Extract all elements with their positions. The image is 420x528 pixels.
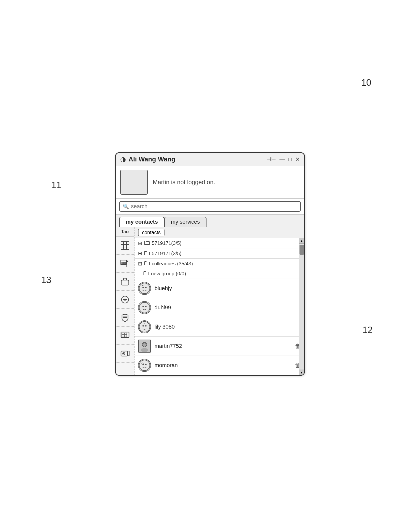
svg-point-29 <box>139 283 150 294</box>
search-icon: 🔍 <box>123 203 129 209</box>
svg-point-45 <box>142 364 144 365</box>
face-icon-momoran <box>138 359 150 371</box>
list-content: ⊞ 5719171(3/5) ⊞ 5719171 <box>134 238 304 375</box>
sidebar-icon-circle-minus[interactable] <box>116 291 134 309</box>
tab-my-contacts[interactable]: my contacts <box>119 217 164 227</box>
group-item-2[interactable]: ⊞ 5719171(3/5) <box>134 248 304 259</box>
contact-item-duhl99[interactable]: duhl99 <box>134 298 304 317</box>
sidebar-icon-video[interactable] <box>116 345 134 363</box>
sidebar-user-label: Tao <box>116 227 134 237</box>
maximize-button[interactable]: □ <box>288 156 292 163</box>
folder-icon-4 <box>144 271 149 277</box>
svg-point-42 <box>143 343 144 344</box>
svg-point-43 <box>145 343 146 344</box>
list-with-scroll: ⊞ 5719171(3/5) ⊞ 5719171 <box>134 238 304 375</box>
scroll-down-button[interactable]: ▼ <box>299 370 304 375</box>
folder-icon-2 <box>144 251 150 256</box>
avatar-duhl99 <box>138 301 151 314</box>
group-item-1[interactable]: ⊞ 5719171(3/5) <box>134 238 304 248</box>
svg-rect-21 <box>122 333 124 335</box>
svg-point-46 <box>145 364 147 365</box>
contacts-header: contacts <box>134 227 304 238</box>
annotation-12: 12 <box>362 325 372 335</box>
svg-rect-22 <box>124 333 127 335</box>
svg-rect-24 <box>124 335 127 337</box>
svg-rect-13 <box>121 280 129 285</box>
face-icon-bluehjy <box>138 282 150 294</box>
sidebar-icon-job[interactable]: job <box>116 255 134 273</box>
close-button[interactable]: ✕ <box>295 156 300 163</box>
contact-item-bluehjy[interactable]: bluehjy <box>134 279 304 298</box>
folder-icon-3 <box>144 261 150 267</box>
sidebar-icon-grid[interactable] <box>116 237 134 255</box>
photo-icon-martin <box>138 340 150 352</box>
avatar-lily3080 <box>138 320 151 333</box>
contact-list-area: contacts ⊞ 5719171(3/5) <box>134 227 304 375</box>
contact-name-martin7752: martin7752 <box>154 343 182 349</box>
svg-point-18 <box>123 316 125 318</box>
group-label-1: 5719171(3/5) <box>152 240 182 246</box>
circle-minus-icon <box>120 295 130 304</box>
svg-rect-23 <box>122 335 124 337</box>
tab-my-services[interactable]: my services <box>164 217 206 227</box>
svg-rect-0 <box>121 242 124 244</box>
svg-point-41 <box>141 348 148 352</box>
svg-point-32 <box>139 302 150 313</box>
annotation-13: 13 <box>41 275 51 285</box>
group-label-2: 5719171(3/5) <box>152 251 182 256</box>
avatar-martin7752 <box>138 340 151 353</box>
contact-item-martin7752[interactable]: martin7752 🗑 <box>134 337 304 356</box>
sidebar-icon-display[interactable] <box>116 327 134 345</box>
face-icon-duhl99 <box>138 302 150 314</box>
sidebar-icon-briefcase[interactable] <box>116 273 134 291</box>
display-icon <box>120 331 130 340</box>
contact-item-lily3080[interactable]: lily 3080 <box>134 317 304 337</box>
window-title: Ali Wang Wang <box>128 155 175 163</box>
face-icon-lily3080 <box>138 321 150 333</box>
expand-icon-1: ⊞ <box>138 240 142 246</box>
group-label-3: colleagues (35/43) <box>152 261 193 267</box>
title-bar: ◑ Ali Wang Wang ⊣⊢ — □ ✕ <box>116 153 304 166</box>
svg-rect-8 <box>126 247 129 250</box>
contacts-header-label: contacts <box>138 229 164 236</box>
contact-name-lily3080: lily 3080 <box>154 324 175 330</box>
svg-point-30 <box>142 287 144 288</box>
group-item-3[interactable]: ⊟ colleagues (35/43) <box>134 259 304 269</box>
page: 10 11 12 13 ◑ Ali Wang Wang ⊣⊢ — □ ✕ Mar… <box>0 0 420 528</box>
svg-point-34 <box>145 306 147 308</box>
sidebar-icon-shield[interactable] <box>116 309 134 327</box>
avatar-bluehjy <box>138 282 151 295</box>
minimize-button[interactable]: — <box>280 156 285 163</box>
shield-icon <box>120 313 130 322</box>
app-icon: ◑ <box>120 155 126 163</box>
contact-item-momoran[interactable]: momoran 🗑 <box>134 356 304 375</box>
video-icon <box>120 349 130 358</box>
contact-name-bluehjy: bluehjy <box>154 285 172 292</box>
group-label-4: new group (0/0) <box>151 271 186 277</box>
pin-button[interactable]: ⊣⊢ <box>266 156 276 163</box>
search-input[interactable] <box>131 203 297 210</box>
user-avatar <box>120 170 148 195</box>
group-item-4[interactable]: new group (0/0) <box>134 269 304 279</box>
svg-point-44 <box>139 360 150 371</box>
avatar-momoran <box>138 359 151 372</box>
profile-area: Martin is not logged on. <box>116 166 304 199</box>
svg-point-35 <box>139 322 150 332</box>
contact-name-momoran: momoran <box>154 362 178 369</box>
svg-marker-28 <box>123 353 125 354</box>
svg-marker-11 <box>127 260 129 262</box>
svg-rect-2 <box>126 242 129 244</box>
svg-rect-1 <box>124 242 126 244</box>
svg-text:job: job <box>121 261 126 265</box>
annotation-10: 10 <box>361 77 371 88</box>
scroll-up-button[interactable]: ▲ <box>299 238 304 244</box>
tabs-row: my contacts my services <box>116 215 304 227</box>
svg-rect-6 <box>121 247 124 250</box>
svg-point-33 <box>142 306 144 308</box>
grid-icon <box>120 241 130 250</box>
window-controls: ⊣⊢ — □ ✕ <box>266 156 300 163</box>
search-input-wrap[interactable]: 🔍 <box>119 201 301 212</box>
scrollbar[interactable]: ▲ ▼ <box>299 238 304 375</box>
scroll-thumb[interactable] <box>300 245 304 255</box>
expand-icon-2: ⊞ <box>138 250 142 256</box>
